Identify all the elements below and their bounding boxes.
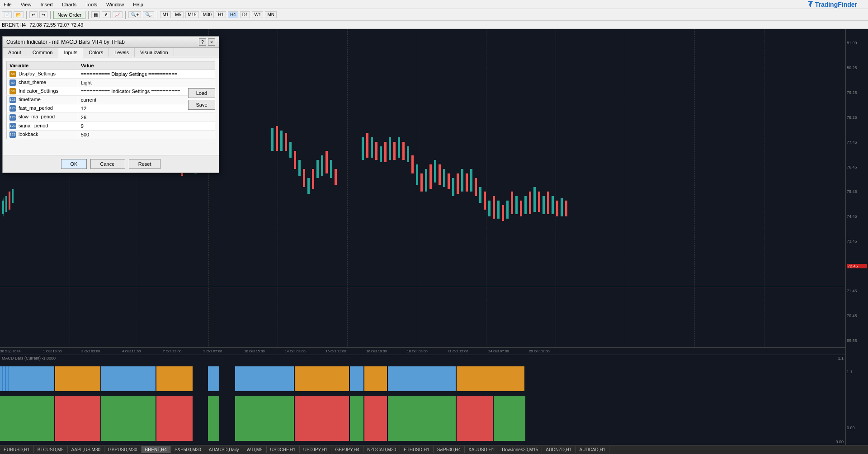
col-value: Value (78, 61, 215, 70)
cell-variable: ab Display_Settings (7, 70, 78, 79)
tab-about[interactable]: About (3, 48, 27, 57)
row-icon-slow: 123 (9, 114, 16, 121)
table-row: 123 fast_ma_period 12 (7, 104, 215, 113)
table-row: 123 signal_period 9 (7, 122, 215, 130)
ok-button[interactable]: OK (61, 159, 87, 169)
cell-variable: 123 lookback (7, 130, 78, 139)
cell-value[interactable]: ========== Display Settings ========== (78, 70, 215, 79)
row-icon-indicator: ab (9, 88, 16, 94)
cancel-button[interactable]: Cancel (90, 159, 125, 169)
custom-indicator-dialog: Custom Indicator - mtf MACD Bars MT4 by … (2, 36, 219, 173)
dialog-tabs: About Common Inputs Colors Levels Visual… (3, 48, 219, 57)
cell-value[interactable]: 9 (78, 122, 215, 130)
tab-inputs[interactable]: Inputs (58, 48, 83, 57)
cell-variable: ab chart_theme (7, 79, 78, 87)
cell-variable: 123 signal_period (7, 122, 78, 130)
cell-value[interactable]: 26 (78, 113, 215, 122)
inputs-container: Variable Value ab Display_Settings =====… (6, 61, 215, 151)
cell-value[interactable]: 500 (78, 130, 215, 139)
cell-variable: 123 slow_ma_period (7, 113, 78, 122)
inputs-table: Variable Value ab Display_Settings =====… (6, 61, 215, 139)
row-icon-theme: ab (9, 80, 16, 86)
cell-variable: ab Indicator_Settings (7, 87, 78, 96)
col-variable: Variable (7, 61, 78, 70)
load-button[interactable]: Load (188, 88, 215, 98)
cell-variable: 123 fast_ma_period (7, 104, 78, 113)
table-row: 123 timeframe current (7, 96, 215, 104)
dialog-buttons: OK Cancel Reset (3, 155, 219, 173)
tab-levels[interactable]: Levels (109, 48, 135, 57)
table-row: 123 slow_ma_period 26 (7, 113, 215, 122)
dialog-title-bar: Custom Indicator - mtf MACD Bars MT4 by … (3, 37, 219, 48)
reset-button[interactable]: Reset (129, 159, 161, 169)
dialog-help-button[interactable]: ? (199, 38, 206, 46)
tab-common[interactable]: Common (27, 48, 59, 57)
dialog-content: Variable Value ab Display_Settings =====… (3, 57, 219, 155)
cell-value[interactable]: Light (78, 79, 215, 87)
row-icon-fast: 123 (9, 105, 16, 112)
tab-visualization[interactable]: Visualization (135, 48, 174, 57)
tab-colors[interactable]: Colors (83, 48, 109, 57)
table-row: ab chart_theme Light (7, 79, 215, 87)
row-icon-timeframe: 123 (9, 97, 16, 103)
table-row: ab Indicator_Settings ========== Indicat… (7, 87, 215, 96)
dialog-controls: ? × (199, 38, 215, 46)
row-icon-display: ab (9, 71, 16, 77)
table-row: 123 lookback 500 (7, 130, 215, 139)
dialog-close-button[interactable]: × (208, 38, 215, 46)
row-icon-lookback: 123 (9, 131, 16, 138)
cell-variable: 123 timeframe (7, 96, 78, 104)
row-icon-signal: 123 (9, 123, 16, 129)
table-row: ab Display_Settings ========== Display S… (7, 70, 215, 79)
dialog-title: Custom Indicator - mtf MACD Bars MT4 by … (6, 39, 125, 45)
save-button[interactable]: Save (188, 100, 215, 110)
side-buttons: Load Save (188, 88, 215, 110)
dialog-overlay: Custom Indicator - mtf MACD Bars MT4 by … (0, 0, 868, 454)
